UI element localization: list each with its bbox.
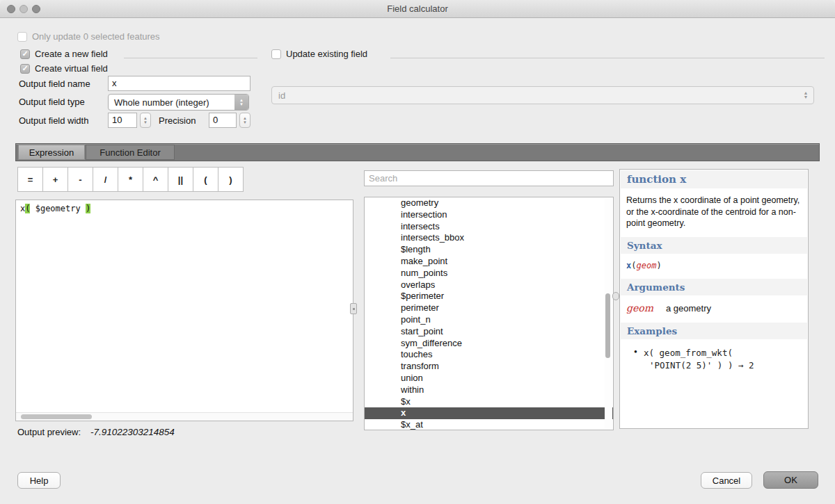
- operator-button-row: =+-/*^||(): [17, 167, 244, 192]
- function-list-item[interactable]: point_n: [365, 314, 613, 326]
- create-virtual-field-label: Create virtual field: [35, 63, 108, 74]
- function-list-item[interactable]: sym_difference: [365, 338, 613, 350]
- output-field-type-select[interactable]: Whole number (integer) ▲▼: [108, 94, 249, 111]
- function-list-item[interactable]: intersects: [365, 221, 613, 233]
- output-field-name-label: Output field name: [19, 79, 90, 89]
- example-code-line1: x( geom_from_wkt(: [644, 347, 802, 360]
- create-new-field-checkbox[interactable]: Create a new field: [20, 49, 108, 59]
- expression-text: x( $geometry ): [20, 204, 90, 213]
- output-preview-value: -7.91022303214854: [90, 427, 175, 437]
- only-update-checkbox: Only update 0 selected features: [17, 31, 160, 42]
- syntax-paren: ): [656, 261, 661, 270]
- update-existing-field-label: Update existing field: [286, 49, 367, 59]
- operator-button[interactable]: ^: [143, 167, 168, 192]
- update-existing-field-checkbox[interactable]: Update existing field: [271, 49, 367, 59]
- function-list-item[interactable]: perimeter: [365, 302, 613, 314]
- function-list-item[interactable]: num_points: [365, 268, 613, 279]
- precision-label: Precision: [159, 115, 196, 126]
- expression-editor[interactable]: x( $geometry ): [15, 200, 353, 421]
- help-description: Returns the x coordinate of a point geom…: [620, 189, 808, 236]
- splitter-handle[interactable]: [612, 292, 619, 300]
- function-list-item[interactable]: start_point: [365, 326, 613, 338]
- tab-bar: Expression Function Editor: [15, 143, 820, 161]
- precision-stepper[interactable]: ▲▼: [239, 113, 250, 128]
- bracket-token: ): [86, 204, 90, 213]
- chevron-updown-icon[interactable]: ▲▼: [234, 95, 248, 110]
- function-list-item[interactable]: union: [365, 373, 613, 384]
- function-list-item[interactable]: touches: [365, 349, 613, 361]
- operator-button[interactable]: *: [118, 167, 143, 192]
- operator-button[interactable]: ): [218, 167, 244, 192]
- function-list-item[interactable]: transform: [365, 361, 613, 373]
- only-update-label: Only update 0 selected features: [32, 31, 160, 42]
- create-new-field-label: Create a new field: [35, 49, 108, 59]
- function-list-item[interactable]: $x_at: [365, 419, 613, 430]
- search-input[interactable]: [364, 170, 614, 186]
- argument-row: geom a geometry: [620, 296, 808, 322]
- checkbox-icon[interactable]: [20, 49, 30, 59]
- group-divider: [390, 58, 825, 58]
- tab-expression[interactable]: Expression: [18, 145, 85, 160]
- function-list-item[interactable]: make_point: [365, 256, 613, 268]
- function-list-item[interactable]: within: [365, 384, 613, 396]
- operator-button[interactable]: =: [17, 167, 43, 192]
- example-item: x( geom_from_wkt( 'POINT(2 5)' ) ) → 2: [620, 340, 808, 379]
- output-field-name-input[interactable]: x: [108, 76, 250, 91]
- expression-token: $geometry: [30, 204, 85, 213]
- tab-function-editor[interactable]: Function Editor: [86, 145, 175, 160]
- argument-name: geom: [626, 302, 653, 314]
- field-calculator-dialog: { "window": { "title": "Field calculator…: [0, 0, 835, 504]
- title-bar: Field calculator: [0, 0, 835, 18]
- width-stepper[interactable]: ▲▼: [140, 113, 151, 128]
- example-code-line2: 'POINT(2 5)' ) ) → 2: [644, 359, 802, 373]
- group-divider: [124, 58, 257, 58]
- existing-field-select: id ▲▼: [271, 86, 814, 104]
- syntax-code: x(geom): [620, 254, 808, 278]
- help-title: function x: [621, 170, 807, 188]
- function-list[interactable]: geometryintersectionintersectsintersects…: [364, 197, 614, 430]
- precision-input[interactable]: 0: [209, 113, 237, 128]
- splitter-handle[interactable]: [350, 303, 357, 314]
- function-list-item[interactable]: $length: [365, 244, 613, 256]
- output-field-width-input[interactable]: 10: [108, 113, 137, 128]
- ok-button[interactable]: OK: [763, 471, 818, 489]
- output-preview-label: Output preview:: [17, 427, 81, 437]
- checkbox-icon: [17, 32, 27, 42]
- function-list-item[interactable]: x: [365, 407, 613, 419]
- checkbox-icon[interactable]: [271, 49, 281, 59]
- syntax-heading: Syntax: [621, 237, 807, 254]
- help-button[interactable]: Help: [17, 472, 61, 489]
- output-field-width-label: Output field width: [19, 115, 88, 126]
- function-list-item[interactable]: intersects_bbox: [365, 232, 613, 244]
- operator-button[interactable]: -: [67, 167, 93, 192]
- argument-description: a geometry: [666, 303, 711, 314]
- chevron-updown-icon: ▲▼: [798, 91, 813, 99]
- scrollbar-thumb[interactable]: [21, 414, 92, 419]
- scrollbar-thumb[interactable]: [605, 293, 610, 358]
- output-field-type-value: Whole number (integer): [109, 97, 234, 108]
- horizontal-scrollbar[interactable]: [16, 412, 353, 421]
- arguments-heading: Arguments: [621, 279, 807, 295]
- create-virtual-field-checkbox[interactable]: Create virtual field: [20, 63, 108, 74]
- function-list-item[interactable]: $x: [365, 396, 613, 408]
- function-list-item[interactable]: $perimeter: [365, 291, 613, 302]
- operator-button[interactable]: /: [93, 167, 118, 192]
- function-help-panel: function x Returns the x coordinate of a…: [619, 169, 809, 429]
- existing-field-value: id: [272, 90, 798, 101]
- examples-heading: Examples: [621, 323, 807, 339]
- operator-button[interactable]: ||: [168, 167, 193, 192]
- function-list-item[interactable]: intersection: [365, 209, 613, 221]
- function-list-item[interactable]: overlaps: [365, 279, 613, 291]
- window-title: Field calculator: [0, 3, 835, 14]
- checkbox-icon[interactable]: [20, 64, 30, 74]
- vertical-scrollbar[interactable]: [605, 198, 612, 429]
- cancel-button[interactable]: Cancel: [701, 472, 752, 489]
- operator-button[interactable]: (: [193, 167, 218, 192]
- output-field-type-label: Output field type: [19, 97, 85, 107]
- operator-button[interactable]: +: [42, 167, 68, 192]
- function-list-item[interactable]: geometry: [365, 197, 613, 209]
- syntax-arg: geom: [636, 261, 656, 270]
